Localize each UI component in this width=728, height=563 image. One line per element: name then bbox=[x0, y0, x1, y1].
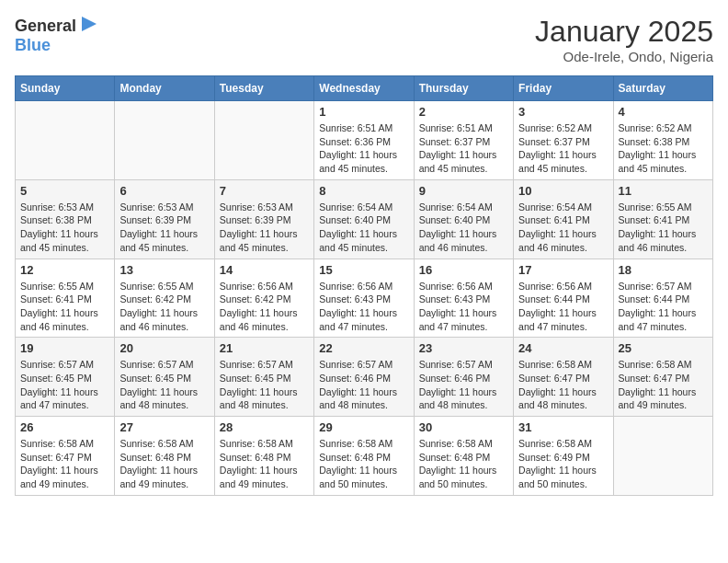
calendar-day-cell: 31Sunrise: 6:58 AMSunset: 6:49 PMDayligh… bbox=[514, 417, 613, 496]
day-number: 22 bbox=[319, 341, 408, 355]
weekday-header-row: SundayMondayTuesdayWednesdayThursdayFrid… bbox=[16, 76, 713, 101]
calendar-day-cell: 10Sunrise: 6:54 AMSunset: 6:41 PMDayligh… bbox=[514, 179, 613, 259]
logo-blue: Blue bbox=[15, 36, 51, 54]
calendar-day-cell: 8Sunrise: 6:54 AMSunset: 6:40 PMDaylight… bbox=[314, 179, 414, 259]
day-info: Sunrise: 6:56 AMSunset: 6:44 PMDaylight:… bbox=[518, 280, 608, 334]
day-number: 6 bbox=[119, 184, 209, 198]
day-info: Sunrise: 6:58 AMSunset: 6:47 PMDaylight:… bbox=[518, 358, 608, 412]
day-number: 3 bbox=[518, 105, 608, 119]
title-block: January 2025 Ode-Irele, Ondo, Nigeria bbox=[535, 15, 713, 64]
logo-general: General bbox=[15, 17, 76, 34]
day-number: 2 bbox=[419, 105, 508, 119]
calendar-week-row: 1Sunrise: 6:51 AMSunset: 6:36 PMDaylight… bbox=[16, 101, 713, 180]
month-title: January 2025 bbox=[535, 15, 713, 49]
day-info: Sunrise: 6:58 AMSunset: 6:48 PMDaylight:… bbox=[220, 437, 309, 491]
weekday-header-sunday: Sunday bbox=[16, 76, 115, 101]
day-number: 7 bbox=[220, 184, 309, 198]
day-info: Sunrise: 6:53 AMSunset: 6:39 PMDaylight:… bbox=[119, 201, 209, 255]
weekday-header-saturday: Saturday bbox=[613, 76, 712, 101]
calendar-day-cell: 27Sunrise: 6:58 AMSunset: 6:48 PMDayligh… bbox=[115, 417, 214, 496]
day-number: 17 bbox=[518, 263, 608, 277]
day-number: 12 bbox=[20, 263, 109, 277]
calendar-day-cell: 19Sunrise: 6:57 AMSunset: 6:45 PMDayligh… bbox=[16, 338, 115, 417]
day-info: Sunrise: 6:56 AMSunset: 6:42 PMDaylight:… bbox=[220, 280, 309, 334]
day-number: 18 bbox=[619, 263, 708, 277]
svg-marker-0 bbox=[82, 17, 97, 31]
day-number: 21 bbox=[220, 341, 309, 355]
calendar-week-row: 5Sunrise: 6:53 AMSunset: 6:38 PMDaylight… bbox=[16, 179, 713, 259]
day-info: Sunrise: 6:52 AMSunset: 6:37 PMDaylight:… bbox=[518, 121, 608, 176]
day-info: Sunrise: 6:54 AMSunset: 6:40 PMDaylight:… bbox=[419, 201, 508, 255]
day-number: 14 bbox=[220, 263, 309, 277]
day-info: Sunrise: 6:57 AMSunset: 6:45 PMDaylight:… bbox=[119, 358, 209, 412]
day-number: 19 bbox=[20, 341, 109, 355]
weekday-header-thursday: Thursday bbox=[414, 76, 513, 101]
day-info: Sunrise: 6:51 AMSunset: 6:37 PMDaylight:… bbox=[419, 121, 508, 176]
day-info: Sunrise: 6:51 AMSunset: 6:36 PMDaylight:… bbox=[319, 121, 408, 176]
calendar-table: SundayMondayTuesdayWednesdayThursdayFrid… bbox=[15, 75, 713, 496]
calendar-week-row: 19Sunrise: 6:57 AMSunset: 6:45 PMDayligh… bbox=[16, 338, 713, 417]
logo-flag-icon bbox=[78, 15, 100, 37]
day-number: 4 bbox=[619, 105, 708, 119]
calendar-day-cell: 15Sunrise: 6:56 AMSunset: 6:43 PMDayligh… bbox=[314, 259, 414, 338]
calendar-day-cell bbox=[214, 101, 313, 180]
calendar-day-cell: 13Sunrise: 6:55 AMSunset: 6:42 PMDayligh… bbox=[115, 259, 214, 338]
day-info: Sunrise: 6:56 AMSunset: 6:43 PMDaylight:… bbox=[319, 280, 408, 334]
calendar-day-cell: 24Sunrise: 6:58 AMSunset: 6:47 PMDayligh… bbox=[514, 338, 613, 417]
day-info: Sunrise: 6:53 AMSunset: 6:39 PMDaylight:… bbox=[220, 201, 309, 255]
day-number: 5 bbox=[20, 184, 109, 198]
day-number: 29 bbox=[319, 420, 408, 434]
calendar-day-cell: 2Sunrise: 6:51 AMSunset: 6:37 PMDaylight… bbox=[414, 101, 513, 180]
day-info: Sunrise: 6:58 AMSunset: 6:49 PMDaylight:… bbox=[518, 437, 608, 491]
day-info: Sunrise: 6:58 AMSunset: 6:48 PMDaylight:… bbox=[419, 437, 508, 491]
calendar-day-cell: 17Sunrise: 6:56 AMSunset: 6:44 PMDayligh… bbox=[514, 259, 613, 338]
calendar-day-cell: 30Sunrise: 6:58 AMSunset: 6:48 PMDayligh… bbox=[414, 417, 513, 496]
calendar-day-cell: 23Sunrise: 6:57 AMSunset: 6:46 PMDayligh… bbox=[414, 338, 513, 417]
calendar-day-cell: 7Sunrise: 6:53 AMSunset: 6:39 PMDaylight… bbox=[214, 179, 313, 259]
calendar-day-cell: 11Sunrise: 6:55 AMSunset: 6:41 PMDayligh… bbox=[613, 179, 712, 259]
day-info: Sunrise: 6:55 AMSunset: 6:42 PMDaylight:… bbox=[119, 280, 209, 334]
calendar-day-cell bbox=[613, 417, 712, 496]
day-number: 28 bbox=[220, 420, 309, 434]
logo: General Blue bbox=[15, 15, 100, 54]
day-number: 30 bbox=[419, 420, 508, 434]
day-number: 27 bbox=[119, 420, 209, 434]
calendar-day-cell: 21Sunrise: 6:57 AMSunset: 6:45 PMDayligh… bbox=[214, 338, 313, 417]
day-number: 8 bbox=[319, 184, 408, 198]
day-info: Sunrise: 6:58 AMSunset: 6:47 PMDaylight:… bbox=[619, 358, 708, 412]
calendar-day-cell bbox=[115, 101, 214, 180]
day-info: Sunrise: 6:56 AMSunset: 6:43 PMDaylight:… bbox=[419, 280, 508, 334]
day-number: 26 bbox=[20, 420, 109, 434]
day-number: 31 bbox=[518, 420, 608, 434]
weekday-header-wednesday: Wednesday bbox=[314, 76, 414, 101]
calendar-day-cell bbox=[16, 101, 115, 180]
day-info: Sunrise: 6:58 AMSunset: 6:48 PMDaylight:… bbox=[119, 437, 209, 491]
calendar-day-cell: 14Sunrise: 6:56 AMSunset: 6:42 PMDayligh… bbox=[214, 259, 313, 338]
day-info: Sunrise: 6:57 AMSunset: 6:46 PMDaylight:… bbox=[419, 358, 508, 412]
day-info: Sunrise: 6:57 AMSunset: 6:46 PMDaylight:… bbox=[319, 358, 408, 412]
calendar-day-cell: 5Sunrise: 6:53 AMSunset: 6:38 PMDaylight… bbox=[16, 179, 115, 259]
day-info: Sunrise: 6:57 AMSunset: 6:45 PMDaylight:… bbox=[20, 358, 109, 412]
day-info: Sunrise: 6:57 AMSunset: 6:44 PMDaylight:… bbox=[619, 280, 708, 334]
day-number: 20 bbox=[119, 341, 209, 355]
calendar-day-cell: 28Sunrise: 6:58 AMSunset: 6:48 PMDayligh… bbox=[214, 417, 313, 496]
day-info: Sunrise: 6:54 AMSunset: 6:41 PMDaylight:… bbox=[518, 201, 608, 255]
day-info: Sunrise: 6:52 AMSunset: 6:38 PMDaylight:… bbox=[619, 121, 708, 176]
page-header: General Blue January 2025 Ode-Irele, Ond… bbox=[15, 15, 713, 64]
calendar-day-cell: 29Sunrise: 6:58 AMSunset: 6:48 PMDayligh… bbox=[314, 417, 414, 496]
day-number: 9 bbox=[419, 184, 508, 198]
calendar-day-cell: 18Sunrise: 6:57 AMSunset: 6:44 PMDayligh… bbox=[613, 259, 712, 338]
calendar-day-cell: 9Sunrise: 6:54 AMSunset: 6:40 PMDaylight… bbox=[414, 179, 513, 259]
weekday-header-monday: Monday bbox=[115, 76, 214, 101]
day-number: 25 bbox=[619, 341, 708, 355]
day-info: Sunrise: 6:57 AMSunset: 6:45 PMDaylight:… bbox=[220, 358, 309, 412]
calendar-day-cell: 12Sunrise: 6:55 AMSunset: 6:41 PMDayligh… bbox=[16, 259, 115, 338]
day-info: Sunrise: 6:54 AMSunset: 6:40 PMDaylight:… bbox=[319, 201, 408, 255]
calendar-day-cell: 22Sunrise: 6:57 AMSunset: 6:46 PMDayligh… bbox=[314, 338, 414, 417]
calendar-day-cell: 20Sunrise: 6:57 AMSunset: 6:45 PMDayligh… bbox=[115, 338, 214, 417]
day-number: 24 bbox=[518, 341, 608, 355]
calendar-day-cell: 26Sunrise: 6:58 AMSunset: 6:47 PMDayligh… bbox=[16, 417, 115, 496]
day-number: 11 bbox=[619, 184, 708, 198]
weekday-header-tuesday: Tuesday bbox=[214, 76, 313, 101]
calendar-week-row: 12Sunrise: 6:55 AMSunset: 6:41 PMDayligh… bbox=[16, 259, 713, 338]
